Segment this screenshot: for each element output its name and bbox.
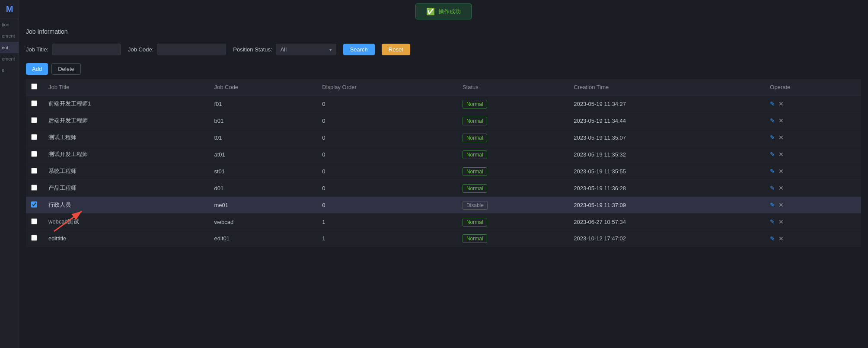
row-checkbox[interactable] (31, 100, 37, 106)
header-job-title: Job Title (43, 79, 209, 96)
row-checkbox-cell (26, 197, 43, 214)
toast-message: 操作成功 (438, 8, 461, 16)
row-checkbox[interactable] (31, 168, 37, 174)
row-checkbox[interactable] (31, 117, 37, 123)
delete-icon[interactable]: ✕ (779, 117, 784, 124)
cell-status: Normal (457, 129, 568, 146)
job-title-input[interactable] (52, 44, 121, 55)
cell-operate: ✎✕ (765, 129, 861, 146)
sidebar-logo: M (0, 0, 19, 19)
edit-icon[interactable]: ✎ (770, 134, 775, 141)
operate-cell: ✎✕ (770, 117, 856, 124)
row-checkbox[interactable] (31, 185, 37, 191)
cell-display-order: 0 (317, 129, 457, 146)
delete-icon[interactable]: ✕ (779, 235, 784, 242)
edit-icon[interactable]: ✎ (770, 185, 775, 192)
toast: ✅ 操作成功 (415, 3, 472, 19)
cell-operate: ✎✕ (765, 163, 861, 180)
row-checkbox[interactable] (31, 218, 37, 224)
operate-cell: ✎✕ (770, 100, 856, 107)
cell-job-code: at01 (209, 146, 317, 163)
edit-icon[interactable]: ✎ (770, 218, 775, 225)
sidebar-item-e[interactable]: e (0, 64, 19, 76)
edit-icon[interactable]: ✎ (770, 100, 775, 107)
row-checkbox[interactable] (31, 235, 37, 241)
job-code-input[interactable] (157, 44, 226, 55)
operate-cell: ✎✕ (770, 201, 856, 208)
cell-job-code: f01 (209, 96, 317, 112)
delete-icon[interactable]: ✕ (779, 151, 784, 158)
delete-button[interactable]: Delete (51, 63, 81, 75)
sidebar-item-tion[interactable]: tion (0, 19, 19, 30)
status-badge: Disable (463, 201, 488, 210)
cell-operate: ✎✕ (765, 197, 861, 214)
sidebar-item-ement1[interactable]: ement (0, 30, 19, 42)
cell-job-code: t01 (209, 129, 317, 146)
header-status: Status (457, 79, 568, 96)
table-container: Job Title Job Code Display Order Status … (26, 79, 861, 247)
edit-icon[interactable]: ✎ (770, 235, 775, 242)
cell-operate: ✎✕ (765, 112, 861, 129)
operate-cell: ✎✕ (770, 185, 856, 192)
job-code-field: Job Code: (128, 44, 226, 55)
status-badge: Normal (463, 117, 487, 125)
cell-status: Normal (457, 146, 568, 163)
cell-display-order: 1 (317, 230, 457, 247)
search-button[interactable]: Search (343, 44, 375, 55)
delete-icon[interactable]: ✕ (779, 218, 784, 225)
cell-status: Normal (457, 214, 568, 230)
delete-icon[interactable]: ✕ (779, 100, 784, 107)
edit-icon[interactable]: ✎ (770, 168, 775, 175)
cell-job-code: me01 (209, 197, 317, 214)
status-badge: Normal (463, 134, 487, 142)
sidebar-item-ent[interactable]: ent (0, 42, 19, 53)
cell-display-order: 0 (317, 146, 457, 163)
table-row: edittitleedit011Normal2023-10-12 17:47:0… (26, 230, 861, 247)
cell-display-order: 1 (317, 214, 457, 230)
cell-display-order: 0 (317, 96, 457, 112)
sidebar-item-ement2[interactable]: ement (0, 53, 19, 64)
search-bar: Job Title: Job Code: Position Status: Al… (26, 39, 861, 60)
cell-status: Normal (457, 163, 568, 180)
row-checkbox-cell (26, 214, 43, 230)
row-checkbox-cell (26, 230, 43, 247)
edit-icon[interactable]: ✎ (770, 117, 775, 124)
status-badge: Normal (463, 218, 487, 227)
cell-job-title: 后端开发工程师 (43, 112, 209, 129)
cell-job-code: edit01 (209, 230, 317, 247)
table-row: 行政人员me010Disable2023-05-19 11:37:09✎✕ (26, 197, 861, 214)
delete-icon[interactable]: ✕ (779, 168, 784, 175)
delete-icon[interactable]: ✕ (779, 134, 784, 141)
row-checkbox-cell (26, 163, 43, 180)
cell-status: Normal (457, 180, 568, 197)
reset-button[interactable]: Reset (382, 44, 410, 55)
cell-display-order: 0 (317, 197, 457, 214)
operate-cell: ✎✕ (770, 218, 856, 225)
status-badge: Normal (463, 184, 487, 193)
main-content: ✅ 操作成功 Job Information Job Title: Job Co… (19, 0, 868, 348)
row-checkbox-cell (26, 180, 43, 197)
operate-cell: ✎✕ (770, 168, 856, 175)
success-icon: ✅ (426, 7, 435, 16)
edit-icon[interactable]: ✎ (770, 201, 775, 208)
job-table: Job Title Job Code Display Order Status … (26, 79, 861, 247)
position-status-select[interactable]: All Normal Disable (276, 44, 336, 55)
edit-icon[interactable]: ✎ (770, 151, 775, 158)
select-all-checkbox[interactable] (31, 83, 37, 89)
delete-icon[interactable]: ✕ (779, 201, 784, 208)
add-button[interactable]: Add (26, 63, 48, 75)
cell-display-order: 0 (317, 112, 457, 129)
delete-icon[interactable]: ✕ (779, 185, 784, 192)
status-badge: Normal (463, 234, 487, 243)
cell-creation-time: 2023-05-19 11:35:07 (568, 129, 765, 146)
row-checkbox[interactable] (31, 151, 37, 157)
cell-job-title: 前端开发工程师1 (43, 96, 209, 112)
row-checkbox-cell (26, 129, 43, 146)
table-row: 后端开发工程师b010Normal2023-05-19 11:34:44✎✕ (26, 112, 861, 129)
operate-cell: ✎✕ (770, 134, 856, 141)
cell-operate: ✎✕ (765, 146, 861, 163)
toast-container: ✅ 操作成功 (19, 0, 868, 23)
cell-job-title: 行政人员 (43, 197, 209, 214)
row-checkbox[interactable] (31, 201, 37, 208)
row-checkbox[interactable] (31, 134, 37, 140)
